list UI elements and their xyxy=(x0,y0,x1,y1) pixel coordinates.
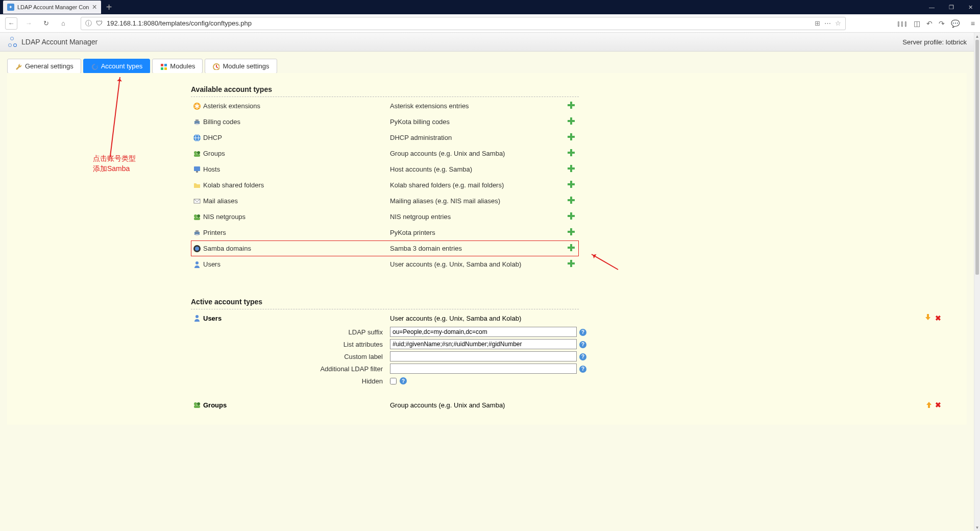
tab-favicon-icon: ✦ xyxy=(7,4,14,11)
scrollbar-thumb[interactable] xyxy=(975,40,979,275)
add-type-button[interactable] xyxy=(564,149,579,158)
custom-label-input[interactable] xyxy=(390,351,577,361)
help-icon[interactable]: ? xyxy=(400,377,407,384)
available-type-row: GroupsGroup accounts (e.g. Unix and Samb… xyxy=(191,146,579,161)
delete-icon[interactable]: ✖ xyxy=(935,401,941,409)
annotation-arrow2-icon xyxy=(592,254,619,270)
add-type-button[interactable] xyxy=(564,165,579,174)
tab-label: Module settings xyxy=(223,62,269,70)
server-profile-label: Server profile: lotbrick xyxy=(902,38,967,46)
new-tab-button[interactable]: + xyxy=(101,2,117,13)
maximize-icon[interactable]: ❐ xyxy=(942,2,961,13)
scroll-up-icon[interactable]: ▲ xyxy=(974,33,980,40)
chat-icon[interactable]: 💬 xyxy=(951,19,960,28)
move-up-icon[interactable] xyxy=(925,401,932,408)
site-permissions-icon[interactable]: 🛡 xyxy=(96,19,103,27)
help-icon[interactable]: ? xyxy=(579,366,586,373)
back-button[interactable]: ← xyxy=(5,17,17,30)
additional-filter-label: Additional LDAP filter xyxy=(191,365,390,373)
library-icon[interactable]: ⫿⫿⫿ xyxy=(897,19,908,28)
type-desc: PyKota printers xyxy=(390,229,564,236)
add-type-button[interactable] xyxy=(564,212,579,221)
help-icon[interactable]: ? xyxy=(579,353,586,360)
plus-icon xyxy=(568,228,575,235)
ldap-suffix-input[interactable] xyxy=(390,327,577,337)
active-type-desc: Group accounts (e.g. Unix and Samba) xyxy=(390,401,916,409)
type-desc: Host accounts (e.g. Samba) xyxy=(390,165,564,173)
group-icon xyxy=(191,150,203,158)
ldap-logo-icon xyxy=(7,37,17,47)
tab-close-icon[interactable]: × xyxy=(92,3,96,12)
close-window-icon[interactable]: ✕ xyxy=(961,2,980,13)
user-icon xyxy=(191,314,203,322)
available-type-row: UsersUser accounts (e.g. Unix, Samba and… xyxy=(191,256,579,272)
reload-button[interactable]: ↻ xyxy=(40,17,52,30)
active-section-title: Active account types xyxy=(191,298,579,309)
add-type-button[interactable] xyxy=(564,260,579,269)
tab-module-settings[interactable]: Module settings xyxy=(205,59,277,74)
url-input[interactable] xyxy=(107,19,811,27)
type-name: Groups xyxy=(203,150,390,157)
help-icon[interactable]: ? xyxy=(579,341,586,348)
app-logo[interactable]: LDAP Account Manager xyxy=(7,37,97,47)
hidden-checkbox[interactable] xyxy=(390,378,397,384)
add-type-button[interactable] xyxy=(564,244,579,253)
redo-icon[interactable]: ↷ xyxy=(939,19,945,28)
tab-label: Account types xyxy=(101,62,143,70)
plus-icon xyxy=(568,102,575,109)
available-type-row: Kolab shared foldersKolab shared folders… xyxy=(191,177,579,193)
tab-label: General settings xyxy=(25,62,74,70)
type-desc: Kolab shared folders (e.g. mail folders) xyxy=(390,181,564,189)
list-attributes-label: List attributes xyxy=(191,341,390,348)
app-title: LDAP Account Manager xyxy=(21,38,97,46)
plus-icon xyxy=(568,244,575,251)
type-desc: DHCP administration xyxy=(390,134,564,141)
annotation-arrow-icon xyxy=(110,77,120,157)
page-scrollbar[interactable]: ▲ ▼ xyxy=(974,33,980,531)
type-desc: Asterisk extensions entries xyxy=(390,102,564,110)
forward-button[interactable]: → xyxy=(22,17,35,30)
type-desc: User accounts (e.g. Unix, Samba and Kola… xyxy=(390,260,564,268)
bookmark-icon[interactable]: ☆ xyxy=(835,19,841,27)
undo-icon[interactable]: ↶ xyxy=(926,19,933,28)
type-name: Samba domains xyxy=(203,245,390,252)
active-type-name: Users xyxy=(203,315,390,322)
scroll-down-icon[interactable]: ▼ xyxy=(974,524,980,531)
type-name: NIS netgroups xyxy=(203,213,390,221)
list-attributes-input[interactable] xyxy=(390,339,577,349)
mail-icon xyxy=(191,197,203,205)
hidden-label: Hidden xyxy=(191,377,390,385)
minimize-icon[interactable]: — xyxy=(922,2,942,13)
qr-icon[interactable]: ⊞ xyxy=(815,19,820,27)
page-actions-icon[interactable]: ⋯ xyxy=(824,19,831,27)
add-type-button[interactable] xyxy=(564,228,579,237)
tab-account-types[interactable]: Account types xyxy=(83,59,151,74)
add-type-button[interactable] xyxy=(564,117,579,126)
type-name: DHCP xyxy=(203,134,390,141)
sidebar-toggle-icon[interactable]: ◫ xyxy=(914,19,920,28)
available-type-row: NIS netgroupsNIS netgroup entries xyxy=(191,209,579,225)
browser-tab[interactable]: ✦ LDAP Account Manager Con × xyxy=(3,1,101,14)
wrench-icon xyxy=(15,63,22,70)
help-icon[interactable]: ? xyxy=(579,329,586,336)
printer-icon xyxy=(191,118,203,126)
home-button[interactable]: ⌂ xyxy=(57,17,69,30)
add-type-button[interactable] xyxy=(564,197,579,205)
user-icon xyxy=(191,260,203,269)
add-type-button[interactable] xyxy=(564,181,579,189)
additional-filter-input[interactable] xyxy=(390,364,577,374)
address-bar[interactable]: ⓘ 🛡 ⊞ ⋯ ☆ xyxy=(81,17,846,30)
available-types-table: Asterisk extensionsAsterisk extensions e… xyxy=(191,98,579,272)
delete-icon[interactable]: ✖ xyxy=(935,314,941,322)
globe-icon xyxy=(191,134,203,142)
add-type-button[interactable] xyxy=(564,102,579,110)
type-name: Kolab shared folders xyxy=(203,181,390,189)
add-type-button[interactable] xyxy=(564,133,579,142)
move-up-icon[interactable] xyxy=(925,314,932,321)
active-type-name: Groups xyxy=(203,401,390,409)
info-icon[interactable]: ⓘ xyxy=(85,19,92,28)
tab-modules[interactable]: Modules xyxy=(152,59,203,74)
tab-general-settings[interactable]: General settings xyxy=(7,59,81,74)
menu-icon[interactable]: ≡ xyxy=(971,19,975,28)
tab-label: Modules xyxy=(170,62,195,70)
